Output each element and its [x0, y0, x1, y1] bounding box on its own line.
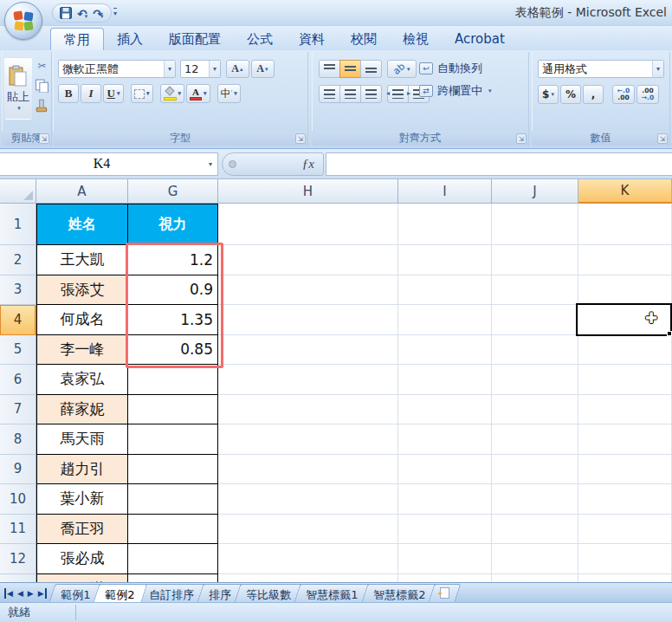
cell-I9[interactable]	[398, 455, 492, 485]
font-size-dropdown-icon[interactable]: ▾	[209, 61, 220, 77]
cell-I1[interactable]	[398, 204, 492, 245]
cell-A5[interactable]: 李一峰	[36, 335, 128, 366]
number-dialog-launcher-icon[interactable]: ⇲	[657, 133, 668, 144]
align-bottom-button[interactable]	[360, 60, 382, 78]
row-header-5[interactable]: 5	[0, 335, 36, 366]
cell-K3[interactable]	[578, 275, 672, 306]
cell-I10[interactable]	[398, 484, 492, 515]
cell-K8[interactable]	[578, 424, 672, 455]
borders-button[interactable]: ▾	[131, 84, 153, 103]
cell-G5[interactable]: 0.85	[128, 335, 218, 366]
cell-A13[interactable]: 張澤漢	[36, 574, 128, 583]
column-header-J[interactable]: J	[492, 179, 578, 204]
undo-dropdown-icon[interactable]: ▾	[85, 13, 88, 20]
cell-J10[interactable]	[492, 484, 578, 515]
cell-G7[interactable]	[128, 395, 218, 425]
merge-center-dropdown-icon[interactable]: ▾	[488, 87, 492, 94]
cell-H7[interactable]	[218, 395, 398, 425]
cell-K1[interactable]	[578, 204, 672, 245]
cell-J13[interactable]	[492, 574, 578, 583]
underline-button[interactable]: U▾	[103, 84, 124, 103]
row-header-3[interactable]: 3	[0, 275, 36, 306]
cell-A9[interactable]: 趙力引	[36, 455, 128, 485]
font-color-button[interactable]: A▾	[186, 84, 210, 103]
name-box[interactable]: K4 ▾	[0, 152, 218, 176]
cell-I7[interactable]	[398, 395, 492, 425]
column-header-A[interactable]: A	[36, 179, 128, 204]
cell-A11[interactable]: 喬正羽	[36, 515, 128, 545]
row-header-12[interactable]: 12	[0, 544, 36, 574]
cell-I13[interactable]	[398, 574, 492, 583]
cell-A12[interactable]: 張必成	[36, 544, 128, 574]
increase-decimal-button[interactable]: ←.0.00	[612, 85, 635, 104]
percent-button[interactable]: %	[560, 85, 581, 104]
cell-G8[interactable]	[128, 424, 218, 455]
cell-G9[interactable]	[128, 455, 218, 485]
ribbon-tab-公式[interactable]: 公式	[234, 28, 286, 50]
cell-A4[interactable]: 何成名	[36, 305, 128, 335]
sheet-nav-last-icon[interactable]: ▶	[38, 588, 47, 599]
cell-J4[interactable]	[492, 305, 578, 335]
ribbon-tab-常用[interactable]: 常用	[50, 28, 104, 50]
insert-worksheet-tab[interactable]: ✦	[428, 584, 461, 602]
cell-G4[interactable]: 1.35	[128, 305, 218, 335]
cell-G12[interactable]	[128, 544, 218, 574]
cell-I4[interactable]	[398, 305, 492, 335]
cell-J11[interactable]	[492, 515, 578, 545]
row-header-13[interactable]: 13	[0, 574, 36, 583]
cell-H12[interactable]	[218, 544, 398, 574]
cell-I12[interactable]	[398, 544, 492, 574]
row-header-2[interactable]: 2	[0, 245, 36, 275]
cell-J7[interactable]	[492, 395, 578, 425]
office-button[interactable]	[4, 2, 42, 40]
cell-H4[interactable]	[218, 305, 398, 335]
cell-A3[interactable]: 張添艾	[36, 275, 128, 306]
paste-dropdown-icon[interactable]: ▾	[17, 105, 21, 112]
ribbon-tab-Acrobat[interactable]: Acrobat	[442, 28, 518, 50]
sheet-tab-智慧標籤2[interactable]: 智慧標籤2	[361, 584, 438, 602]
font-dialog-launcher-icon[interactable]: ⇲	[295, 133, 306, 144]
align-middle-button[interactable]	[339, 60, 361, 78]
cell-H10[interactable]	[218, 484, 398, 515]
cell-G2[interactable]: 1.2	[128, 245, 218, 275]
decrease-decimal-button[interactable]: .00→.0	[636, 85, 659, 104]
wrap-text-button[interactable]: ↩ 自動換列	[417, 57, 494, 80]
comma-button[interactable]: ,	[583, 85, 604, 104]
cell-K2[interactable]	[578, 245, 672, 275]
row-header-1[interactable]: 1	[0, 204, 36, 245]
save-icon[interactable]	[60, 7, 72, 19]
cell-I2[interactable]	[398, 245, 492, 275]
bold-button[interactable]: B	[58, 84, 79, 103]
phonetic-button[interactable]: 中ˣ▾	[217, 84, 241, 103]
paste-button[interactable]: 貼上 ▾	[4, 57, 32, 120]
font-size-combo[interactable]: 12 ▾	[180, 60, 221, 78]
align-top-button[interactable]	[319, 60, 340, 78]
cell-H8[interactable]	[218, 424, 398, 455]
cell-H3[interactable]	[218, 275, 398, 306]
row-header-6[interactable]: 6	[0, 365, 36, 395]
alignment-dialog-launcher-icon[interactable]: ⇲	[516, 133, 527, 144]
cell-I11[interactable]	[398, 515, 492, 545]
cell-A8[interactable]: 馬天雨	[36, 424, 128, 455]
redo-dropdown-icon[interactable]: ▾	[100, 13, 104, 20]
currency-button[interactable]: $▾	[538, 85, 559, 104]
cell-I5[interactable]	[398, 335, 492, 366]
column-header-K[interactable]: K	[578, 179, 672, 204]
cell-H1[interactable]	[218, 204, 398, 245]
copy-icon[interactable]	[35, 79, 49, 93]
cell-K7[interactable]	[578, 395, 672, 425]
fill-color-button[interactable]: ▾	[160, 84, 185, 103]
ribbon-tab-檢視[interactable]: 檢視	[390, 28, 442, 50]
cell-J8[interactable]	[492, 424, 578, 455]
cell-I6[interactable]	[398, 365, 492, 395]
cell-H11[interactable]	[218, 515, 398, 545]
cell-I8[interactable]	[398, 424, 492, 455]
cell-J6[interactable]	[492, 365, 578, 395]
cell-A7[interactable]: 薛家妮	[36, 395, 128, 425]
sheet-tab-智慧標籤1[interactable]: 智慧標籤1	[294, 584, 372, 602]
cell-G6[interactable]	[128, 365, 218, 395]
name-box-dropdown-icon[interactable]: ▾	[204, 160, 217, 168]
cell-G13[interactable]	[128, 574, 218, 583]
row-header-11[interactable]: 11	[0, 515, 36, 545]
cell-H9[interactable]	[218, 455, 398, 485]
